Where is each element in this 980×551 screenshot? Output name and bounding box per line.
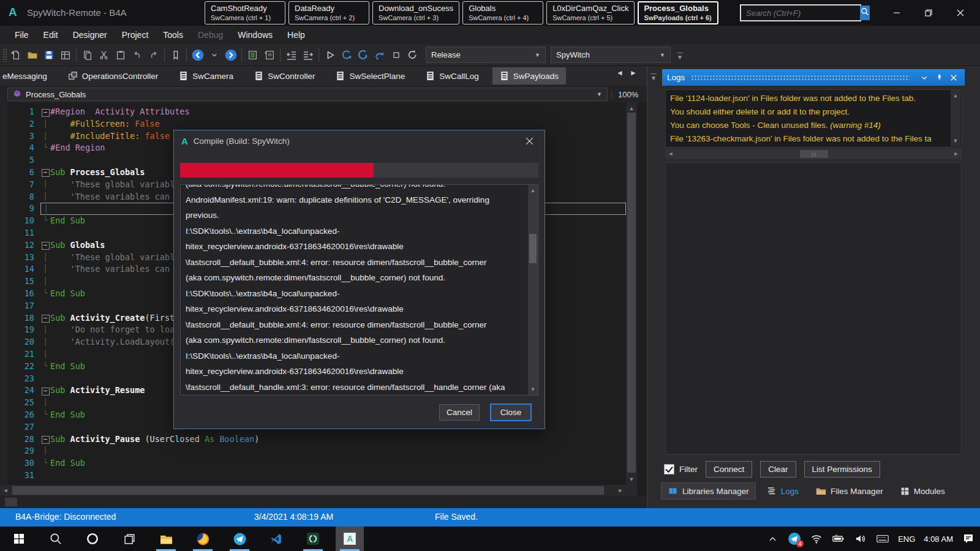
save-button[interactable] — [40, 47, 57, 63]
collapse-icon[interactable]: − — [42, 315, 50, 323]
forward-button[interactable] — [222, 47, 239, 63]
comment-button[interactable] — [244, 47, 261, 63]
file-explorer-taskbar-button[interactable] — [152, 527, 180, 551]
module-tab-swselectplane[interactable]: SwSelectPlane — [328, 67, 412, 84]
close-icon[interactable] — [948, 72, 960, 84]
telegram-tray-icon[interactable]: 4 — [788, 532, 801, 545]
paste-button[interactable] — [112, 47, 129, 63]
clock[interactable]: 4:08 AM — [924, 534, 953, 544]
fold-marker[interactable]: − — [40, 384, 50, 397]
battery-icon[interactable] — [832, 532, 845, 545]
panel-tab-logs[interactable]: Logs — [761, 483, 805, 499]
collapse-icon[interactable]: − — [42, 109, 50, 117]
fold-marker[interactable]: − — [40, 433, 50, 446]
module-tab-swcontroller[interactable]: SwController — [247, 67, 322, 84]
step-into-button[interactable] — [338, 47, 355, 63]
notification-center-icon[interactable] — [962, 532, 975, 545]
restore-button[interactable] — [913, 0, 944, 26]
editor-horizontal-scrollbar[interactable]: ◄ ► — [0, 485, 626, 496]
wifi-icon[interactable] — [810, 532, 823, 545]
menu-windows[interactable]: Windows — [230, 28, 280, 42]
search-input[interactable] — [741, 6, 860, 20]
menu-help[interactable]: Help — [280, 28, 312, 42]
module-tab-operationscontroller[interactable]: OperationsController — [61, 67, 166, 84]
open-project-button[interactable] — [24, 47, 40, 63]
log-list-area[interactable] — [665, 162, 962, 455]
log-vertical-scrollbar[interactable]: ▲ ▼ — [951, 90, 960, 146]
close-button[interactable] — [944, 0, 976, 26]
task-view-taskbar-button[interactable] — [115, 527, 143, 551]
scroll-down-icon[interactable]: ▼ — [626, 474, 637, 485]
cortana-taskbar-button[interactable] — [78, 527, 107, 551]
export-button[interactable] — [57, 47, 74, 63]
scroll-left-icon[interactable]: ◄ — [0, 485, 11, 496]
editor-vertical-scrollbar[interactable]: ▲ ▼ — [626, 103, 637, 485]
collapse-icon[interactable]: − — [42, 242, 50, 250]
start-taskbar-button[interactable] — [5, 527, 33, 551]
uncomment-button[interactable] — [261, 47, 277, 63]
back-caret-button[interactable] — [206, 47, 222, 63]
cut-button[interactable] — [96, 47, 112, 63]
fold-marker[interactable]: − — [40, 106, 50, 118]
filter-checkbox[interactable] — [664, 464, 674, 474]
keyboard-icon[interactable] — [876, 532, 889, 545]
copy-button[interactable] — [79, 47, 96, 63]
scroll-up-icon[interactable]: ▲ — [528, 185, 538, 196]
clear-button[interactable]: Clear — [760, 461, 796, 478]
quick-tab-camshotready[interactable]: CamShotReadySwCamera (ctrl + 1) — [205, 1, 285, 24]
module-tab-emessaging[interactable]: eMessaging — [0, 67, 55, 84]
scrollbar-thumb[interactable] — [627, 113, 636, 473]
scroll-right-icon[interactable]: ► — [951, 149, 962, 159]
collapse-icon[interactable]: − — [42, 169, 50, 177]
list-permissions-button[interactable]: List Permissions — [804, 461, 880, 478]
cancel-button[interactable]: Cancel — [439, 404, 480, 421]
language-indicator[interactable]: ENG — [898, 534, 915, 544]
menu-tools[interactable]: Tools — [156, 28, 190, 42]
collapse-icon[interactable]: − — [42, 388, 50, 395]
step-over-button[interactable] — [371, 47, 388, 63]
panel-tab-libraries-manager[interactable]: Libraries Manager — [661, 482, 756, 500]
module-tab-swcalllog[interactable]: SwCallLog — [418, 67, 486, 84]
quick-tab-globals[interactable]: GlobalsSwCamera (ctrl + 4) — [462, 1, 543, 24]
tab-scroll-left-button[interactable]: ◄ — [616, 69, 624, 77]
module-tab-swpayloads[interactable]: SwPayloads — [492, 67, 566, 84]
member-selector-dropdown[interactable]: Process_Globals ▼ — [7, 88, 608, 101]
build-config-dropdown[interactable]: Release▼ — [426, 47, 546, 63]
volume-icon[interactable] — [854, 532, 867, 545]
stop-button[interactable] — [388, 47, 404, 63]
scrollbar-thumb[interactable]: ||| — [800, 150, 828, 158]
collapse-icon[interactable]: − — [42, 436, 50, 444]
compile-output-box[interactable]: (aka com.spywitch.remote:dimen/fastscrol… — [180, 184, 538, 395]
close-button[interactable]: Close — [491, 404, 531, 421]
undo-button[interactable] — [129, 47, 145, 63]
search-taskbar-taskbar-button[interactable] — [42, 527, 70, 551]
minimize-button[interactable] — [881, 0, 913, 26]
menu-designer[interactable]: Designer — [66, 28, 115, 42]
logs-panel-titlebar[interactable]: Logs — [662, 69, 965, 86]
quick-tab-dataready[interactable]: DataReadySwCamera (ctrl + 2) — [288, 1, 369, 24]
scroll-left-icon[interactable]: ◄ — [665, 149, 676, 159]
splitter-handle[interactable] — [5, 498, 17, 506]
back-button[interactable] — [189, 47, 206, 63]
resume-button[interactable] — [355, 47, 371, 63]
dialog-scrollbar[interactable]: ▲ ▼ — [528, 185, 538, 395]
b4a-taskbar-button[interactable]: A — [336, 527, 364, 551]
dev-tool-taskbar-button[interactable] — [299, 527, 327, 551]
scrollbar-thumb[interactable] — [12, 486, 604, 495]
build-target-dropdown[interactable]: SpyWitch▼ — [551, 47, 671, 63]
scroll-right-icon[interactable]: ► — [615, 485, 626, 496]
tab-scroll-right-button[interactable]: ► — [630, 69, 637, 77]
log-horizontal-scrollbar[interactable]: ◄ ||| ► — [665, 149, 962, 159]
menu-project[interactable]: Project — [115, 28, 156, 42]
panel-overflow-button[interactable]: —▼ — [650, 71, 657, 81]
bookmark-button[interactable] — [167, 47, 184, 63]
vscode-taskbar-button[interactable] — [262, 527, 290, 551]
pin-icon[interactable] — [933, 72, 945, 84]
module-tab-swcamera[interactable]: SwCamera — [172, 67, 241, 84]
menu-debug[interactable]: Debug — [190, 28, 230, 42]
connect-button[interactable]: Connect — [706, 461, 752, 478]
quick-tab-process_globals[interactable]: Process_GlobalsSwPayloads (ctrl + 6) — [638, 1, 718, 24]
panel-tab-modules[interactable]: Modules — [894, 484, 951, 499]
dialog-titlebar[interactable]: A Compile (Build: SpyWitch) — [174, 130, 545, 151]
editor-zoom-level[interactable]: 100% — [611, 90, 638, 99]
